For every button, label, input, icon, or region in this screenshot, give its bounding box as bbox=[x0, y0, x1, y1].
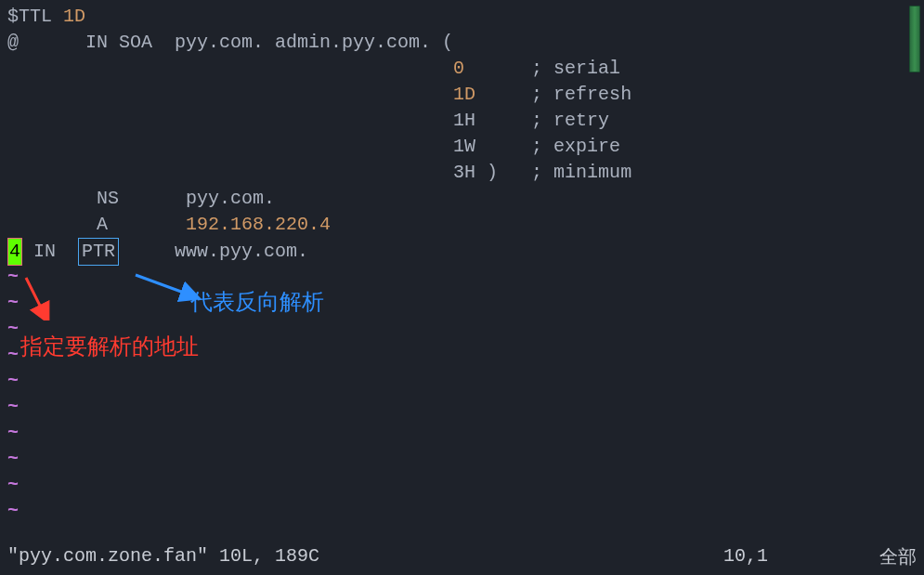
tilde-marker: ~ bbox=[7, 474, 19, 495]
code-line-4: 1D ; refresh bbox=[7, 82, 917, 108]
tilde-line: ~ bbox=[7, 394, 917, 420]
tilde-marker: ~ bbox=[7, 318, 19, 339]
retry-value: 1H bbox=[453, 110, 475, 131]
tilde-line: ~ bbox=[7, 446, 917, 472]
ttl-value: 1D bbox=[63, 6, 85, 27]
minimum-comment: ; minimum bbox=[531, 162, 631, 183]
code-line-7: 3H ) ; minimum bbox=[7, 160, 917, 186]
serial-comment: ; serial bbox=[531, 58, 620, 79]
soa-domain: pyy.com. admin.pyy.com. ( bbox=[175, 32, 453, 53]
serial-value: 0 bbox=[453, 58, 464, 79]
a-ip: 192.168.220.4 bbox=[186, 214, 331, 235]
ptr-domain: www.pyy.com. bbox=[175, 241, 308, 262]
refresh-comment: ; refresh bbox=[531, 84, 631, 105]
code-line-1: $TTL 1D bbox=[7, 4, 917, 30]
code-line-9: A 192.168.220.4 bbox=[7, 212, 917, 238]
ns-domain: pyy.com. bbox=[186, 188, 275, 209]
tilde-line: ~ bbox=[7, 420, 917, 446]
status-cursor-position: 10,1 bbox=[723, 543, 768, 569]
soa-keyword: IN SOA bbox=[85, 32, 152, 53]
minimum-value: 3H ) bbox=[453, 162, 498, 183]
tilde-marker: ~ bbox=[7, 292, 19, 313]
status-mode: 全部 bbox=[879, 543, 917, 569]
code-line-2: @ IN SOA pyy.com. admin.pyy.com. ( bbox=[7, 30, 917, 56]
ttl-directive: $TTL bbox=[7, 6, 52, 27]
svg-line-1 bbox=[136, 275, 191, 295]
tilde-line: ~ bbox=[7, 472, 917, 498]
tilde-line: ~ bbox=[7, 368, 917, 394]
red-arrow-icon bbox=[19, 274, 56, 320]
tilde-marker: ~ bbox=[7, 500, 19, 521]
ns-record: NS bbox=[97, 188, 119, 209]
code-line-8: NS pyy.com. bbox=[7, 186, 917, 212]
tilde-marker: ~ bbox=[7, 396, 19, 417]
ptr-in: IN bbox=[33, 241, 56, 262]
code-line-6: 1W ; expire bbox=[7, 134, 917, 160]
tilde-line: ~ bbox=[7, 498, 917, 524]
retry-comment: ; retry bbox=[531, 110, 609, 131]
scrollbar-thumb[interactable] bbox=[909, 6, 920, 72]
tilde-marker: ~ bbox=[7, 422, 19, 443]
a-record: A bbox=[97, 214, 108, 235]
expire-value: 1W bbox=[453, 136, 475, 157]
ptr-number-cursor: 4 bbox=[7, 238, 22, 266]
code-line-10: 4 IN PTR www.pyy.com. bbox=[7, 238, 917, 264]
origin-symbol: @ bbox=[7, 32, 19, 53]
code-line-3: 0 ; serial bbox=[7, 56, 917, 82]
tilde-marker: ~ bbox=[7, 266, 19, 287]
editor-content[interactable]: $TTL 1D @ IN SOA pyy.com. admin.pyy.com.… bbox=[0, 0, 924, 528]
expire-comment: ; expire bbox=[531, 136, 620, 157]
refresh-value: 1D bbox=[453, 84, 475, 105]
red-annotation-text: 指定要解析的地址 bbox=[20, 331, 199, 362]
code-line-5: 1H ; retry bbox=[7, 108, 917, 134]
svg-line-0 bbox=[26, 278, 45, 315]
vim-status-bar: "pyy.com.zone.fan" 10L, 189C 10,1 全部 bbox=[7, 543, 917, 569]
ptr-keyword-box: PTR bbox=[78, 238, 119, 266]
tilde-marker: ~ bbox=[7, 370, 19, 391]
tilde-marker: ~ bbox=[7, 344, 19, 365]
blue-annotation-text: 代表反向解析 bbox=[190, 286, 324, 318]
tilde-marker: ~ bbox=[7, 448, 19, 469]
